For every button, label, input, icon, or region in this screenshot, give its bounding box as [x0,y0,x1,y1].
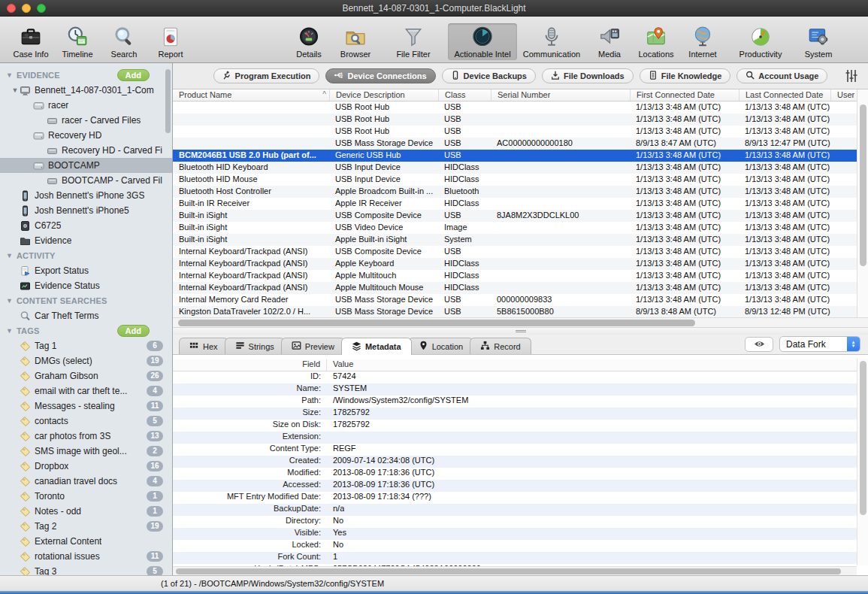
detail-tab-strings[interactable]: Strings [225,338,285,354]
toolbar-item-case-info[interactable]: Case Info [8,23,54,60]
table-row[interactable]: USB Root HubUSB1/13/13 3:48 AM (UTC)1/13… [173,114,868,126]
table-row[interactable]: Internal Keyboard/Trackpad (ANSI)Apple M… [173,282,868,294]
sidebar-section-header-content-searches[interactable]: ▼CONTENT SEARCHES [0,293,172,308]
table-row[interactable]: Internal Keyboard/Trackpad (ANSI)Apple K… [173,258,868,270]
sidebar-item-external-content[interactable]: External Content [0,534,172,549]
disclosure-triangle-icon[interactable]: ▼ [6,297,13,305]
metadata-value-column-header[interactable]: Value [327,359,353,371]
toolbar-item-productivity[interactable]: Productivity [726,23,795,60]
sidebar-item-tag-3[interactable]: Tag 35 [0,564,172,575]
column-header-serial-number[interactable]: Serial Number [491,89,630,101]
disclosure-triangle-icon[interactable]: ▼ [6,71,13,79]
table-row[interactable]: USB Mass Storage DeviceUSBAC000000000001… [173,138,868,150]
detail-tab-preview[interactable]: Preview [281,338,345,354]
zoom-button[interactable] [37,4,46,13]
table-row[interactable]: Built-in IR ReceiverApple IR ReceiverHID… [173,198,868,210]
detail-tab-location[interactable]: Location [408,338,474,354]
detail-tab-record[interactable]: Record [470,338,531,354]
sidebar-item-recovery-hd-carved-fi[interactable]: Recovery HD - Carved Fi [0,143,172,158]
toolbar-item-browser[interactable]: Browser [332,23,379,60]
column-header-device-description[interactable]: Device Description [329,89,438,101]
toolbar-item-communication[interactable]: Communication [517,23,586,60]
sidebar-scrollbar[interactable] [165,69,171,189]
device-table-vertical-scrollbar[interactable] [857,89,868,317]
metadata-horizontal-scrollbar[interactable] [173,566,857,575]
disclosure-triangle-icon[interactable]: ▼ [11,86,20,94]
disclosure-triangle-icon[interactable]: ▼ [6,327,13,335]
sidebar-item-rotational-issues[interactable]: rotational issues11 [0,549,172,564]
table-row[interactable]: Built-in iSightApple Built-in iSightSyst… [173,234,868,246]
sidebar-item-tag-1[interactable]: Tag 16 [0,338,172,353]
scrollbar-thumb[interactable] [860,361,866,515]
toolbar-item-internet[interactable]: Internet [679,23,726,60]
sidebar-item-evidence[interactable]: Evidence [0,233,172,248]
sidebar-item-tag-2[interactable]: Tag 219 [0,519,172,534]
column-header-user[interactable]: User [830,89,857,101]
sidebar-section-header-activity[interactable]: ▼ACTIVITY [0,248,172,263]
detail-tab-hex[interactable]: Hex [179,338,228,354]
toolbar-item-search[interactable]: Search [101,23,147,60]
toolbar-item-media[interactable]: Media [586,23,633,60]
scrollbar-thumb[interactable] [165,69,171,133]
sidebar-item-josh-bennett-s-iphone5[interactable]: Josh Bennett's iPhone5 [0,203,172,218]
table-row[interactable]: Bluetooth HID KeyboardUSB Input DeviceHI… [173,162,868,174]
column-header-product-name[interactable]: Product Name^ [173,89,329,101]
table-row[interactable]: Kingston DataTraveler 102/2.0 / H...USB … [173,306,868,318]
intel-tab-account-usage[interactable]: Account Usage [736,68,827,83]
device-table-horizontal-scrollbar[interactable] [173,317,868,328]
sidebar-item-contacts[interactable]: contacts5 [0,414,172,429]
toolbar-item-timeline[interactable]: Timeline [54,23,101,60]
toolbar-item-report[interactable]: Report [147,23,194,60]
sidebar-item-c6725[interactable]: C6725 [0,218,172,233]
table-row[interactable]: Internal Keyboard/Trackpad (ANSI)Apple M… [173,270,868,282]
toolbar-item-actionable-intel[interactable]: Actionable Intel [448,23,517,60]
intel-tab-file-downloads[interactable]: File Downloads [542,68,634,83]
preview-eye-button[interactable] [745,337,773,352]
add-button-evidence[interactable]: Add [117,69,150,81]
sidebar-item-email-with-car-theft-te[interactable]: email with car theft te...4 [0,383,172,399]
panel-splitter[interactable] [173,328,868,335]
sidebar-item-recovery-hd[interactable]: Recovery HD [0,128,172,143]
sidebar-item-bootcamp[interactable]: BOOTCAMP [0,158,172,173]
scrollbar-thumb[interactable] [178,320,695,326]
intel-tab-file-knowledge[interactable]: File Knowledge [640,68,731,83]
sidebar-item-bootcamp-carved-fil[interactable]: BOOTCAMP - Carved Fil [0,173,172,188]
metadata-field-column-header[interactable]: Field [173,359,327,371]
close-button[interactable] [7,4,16,13]
disclosure-triangle-icon[interactable]: ▼ [6,252,13,259]
fork-selector-dropdown[interactable]: Data Fork ▲▼ [779,336,860,352]
intel-tab-device-backups[interactable]: Device Backups [442,68,536,83]
intel-tab-device-connections[interactable]: Device Connections [325,68,435,83]
sidebar-item-evidence-status[interactable]: Evidence Status [0,278,172,293]
sidebar-item-car-theft-terms[interactable]: Car Theft Terms [0,308,172,323]
table-row[interactable]: USB Root HubUSB1/13/13 3:48 AM (UTC)1/13… [173,102,868,114]
scrollbar-thumb[interactable] [860,105,866,266]
sidebar-item-messages-stealing[interactable]: Messages - stealing11 [0,399,172,414]
toolbar-item-file-filter[interactable]: File Filter [379,23,448,60]
sidebar-item-dmgs-select[interactable]: DMGs (select)19 [0,353,172,368]
sidebar-item-bennett-14-087-0301-1-com[interactable]: ▼Bennett_14-087-0301_1-Com [0,83,172,98]
detail-tab-metadata[interactable]: Metadata [341,338,412,355]
metadata-vertical-scrollbar[interactable] [857,359,868,565]
sidebar-item-sms-image-with-geol[interactable]: SMS image with geol...2 [0,444,172,459]
sidebar-item-toronto[interactable]: Toronto1 [0,489,172,504]
toolbar-item-locations[interactable]: Locations [633,23,679,60]
table-row[interactable]: Built-in iSightUSB Video DeviceImage1/13… [173,222,868,234]
intel-tab-program-execution[interactable]: Program Execution [213,68,320,83]
toolbar-item-system[interactable]: System [795,23,842,60]
table-row[interactable]: USB Root HubUSB1/13/13 3:48 AM (UTC)1/13… [173,126,868,138]
sidebar-item-notes-odd[interactable]: Notes - odd1 [0,504,172,519]
sidebar-item-racer[interactable]: racer [0,98,172,113]
table-row[interactable]: Internal Memory Card ReaderUSB Mass Stor… [173,294,868,306]
table-row[interactable]: Bluetooth Host ControllerApple Broadcom … [173,186,868,198]
splitter-grip[interactable] [516,329,526,333]
minimize-button[interactable] [22,4,31,13]
table-row[interactable]: Bluetooth HID MouseUSB Input DeviceHIDCl… [173,174,868,186]
table-row[interactable]: Internal Keyboard/Trackpad (ANSI)USB Com… [173,246,868,258]
add-button-tags[interactable]: Add [117,325,150,337]
sidebar-item-canadian-travel-docs[interactable]: canadian travel docs4 [0,474,172,489]
column-header-class[interactable]: Class [438,89,491,101]
sidebar-section-header-evidence[interactable]: ▼EVIDENCEAdd [0,68,172,83]
toolbar-item-details[interactable]: Details [286,23,332,60]
column-header-last-connected-date[interactable]: Last Connected Date [739,89,830,101]
